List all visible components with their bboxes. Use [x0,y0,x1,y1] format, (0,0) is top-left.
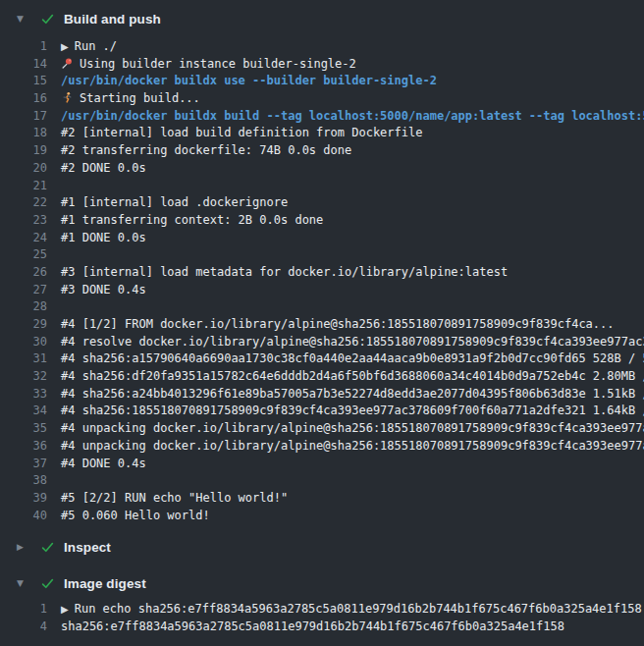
log-line: 4sha256:e7ff8834a5963a2785c5a0811e979d16… [0,619,644,636]
log-line: 35#4 unpacking docker.io/library/alpine@… [0,420,644,438]
log-line: 36#4 unpacking docker.io/library/alpine@… [0,438,644,456]
log-text: #4 sha256:185518070891758909c9f839cf4ca3… [61,403,644,420]
log-command-text: /usr/bin/docker buildx use --builder bui… [61,73,437,90]
log-text: Using builder instance builder-single-2 [61,56,356,74]
line-number[interactable]: 23 [0,212,47,230]
line-number[interactable]: 37 [0,456,47,473]
log-text: #3 [internal] load metadata for docker.i… [61,264,508,282]
log-text: #3 DONE 0.4s [61,282,146,299]
log-text: #1 DONE 0.0s [61,230,146,247]
line-number[interactable]: 26 [0,264,47,282]
line-number[interactable]: 32 [0,368,47,386]
log-text: #2 DONE 0.0s [61,160,146,178]
log-text: #5 [2/2] RUN echo "Hello world!" [61,490,288,508]
line-number[interactable]: 19 [0,142,47,160]
log-line: 27#3 DONE 0.4s [0,282,644,299]
line-number[interactable]: 1 [0,38,47,56]
success-check-icon [40,12,64,27]
line-number[interactable]: 27 [0,282,47,299]
log-command-text: /usr/bin/docker buildx build --tag local… [61,108,644,126]
log-line: 31#4 sha256:a15790640a6690aa1730c38cf0a4… [0,350,644,368]
collapse-triangle-icon[interactable]: ▼ [17,573,40,593]
log-line: 29#4 [1/2] FROM docker.io/library/alpine… [0,316,644,334]
log-text: #5 0.060 Hello world! [61,508,210,525]
line-number[interactable]: 36 [0,438,47,456]
log-line: 37#4 DONE 0.4s [0,456,644,473]
log-line: 34#4 sha256:185518070891758909c9f839cf4c… [0,403,644,420]
log-line: 1▶Run echo sha256:e7ff8834a5963a2785c5a0… [0,601,644,619]
log-text: Starting build... [61,90,200,108]
log-text: #1 transferring context: 2B 0.0s done [61,212,323,230]
log-text: #4 resolve docker.io/library/alpine@sha2… [61,334,644,351]
line-number[interactable]: 34 [0,403,47,420]
line-number[interactable]: 20 [0,160,47,178]
line-number[interactable]: 21 [0,178,47,195]
log-text: #4 sha256:df20fa9351a15782c64e6dddb2d4a6… [61,368,644,386]
line-number[interactable]: 31 [0,350,47,368]
line-number[interactable]: 35 [0,420,47,438]
line-number[interactable]: 22 [0,194,47,212]
log-line: 22#1 [internal] load .dockerignore [0,194,644,212]
log-text: #4 DONE 0.4s [61,456,146,473]
success-check-icon [40,540,64,555]
line-number[interactable]: 16 [0,90,47,108]
line-number[interactable]: 24 [0,230,47,247]
log-line: 24#1 DONE 0.0s [0,230,644,247]
line-number[interactable]: 28 [0,298,47,316]
log-line: 14Using builder instance builder-single-… [0,56,644,74]
line-number[interactable]: 17 [0,108,47,126]
log-line: 38 [0,472,644,490]
log-line: 39#5 [2/2] RUN echo "Hello world!" [0,490,644,508]
group-expand-icon[interactable]: ▶ [61,604,69,615]
log-line: 16Starting build... [0,90,644,108]
log-line: 28 [0,298,644,316]
log-text: ▶Run echo sha256:e7ff8834a5963a2785c5a08… [61,601,642,619]
log-text: #2 transferring dockerfile: 74B 0.0s don… [61,142,351,160]
line-number[interactable]: 40 [0,508,47,525]
log-line: 20#2 DONE 0.0s [0,160,644,178]
line-number[interactable]: 25 [0,246,47,264]
log-line: 26#3 [internal] load metadata for docker… [0,264,644,282]
line-number[interactable]: 33 [0,386,47,404]
line-number[interactable]: 15 [0,73,47,90]
line-number[interactable]: 39 [0,490,47,508]
log-lines-image-digest: 1▶Run echo sha256:e7ff8834a5963a2785c5a0… [0,601,644,635]
log-lines-build-and-push: 1▶Run ./14Using builder instance builder… [0,38,644,524]
section-title: Build and push [64,12,161,27]
log-line: 23#1 transferring context: 2B 0.0s done [0,212,644,230]
log-line: 1▶Run ./ [0,38,644,56]
log-line: 32#4 sha256:df20fa9351a15782c64e6dddb2d4… [0,368,644,386]
line-number[interactable]: 1 [0,601,47,619]
log-line: 19#2 transferring dockerfile: 74B 0.0s d… [0,142,644,160]
group-expand-icon[interactable]: ▶ [61,41,69,52]
log-line: 33#4 sha256:a24bb4013296f61e89ba57005a7b… [0,386,644,404]
log-text: #4 unpacking docker.io/library/alpine@sh… [61,438,644,456]
line-number[interactable]: 18 [0,125,47,142]
line-number[interactable]: 30 [0,334,47,351]
log-line: 25 [0,246,644,264]
line-number[interactable]: 29 [0,316,47,334]
expand-triangle-icon[interactable]: ▶ [17,537,40,557]
log-text: #4 [1/2] FROM docker.io/library/alpine@s… [61,316,615,334]
log-text: #4 sha256:a15790640a6690aa1730c38cf0a440… [61,350,644,368]
success-check-icon [40,576,64,591]
section-header-image-digest[interactable]: ▼ Image digest [0,573,644,593]
collapse-triangle-icon[interactable]: ▼ [17,9,40,28]
log-text: #2 [internal] load build definition from… [61,125,422,142]
line-number[interactable]: 4 [0,619,47,636]
log-line: 30#4 resolve docker.io/library/alpine@sh… [0,334,644,351]
section-title: Image digest [64,576,146,591]
log-line: 18#2 [internal] load build definition fr… [0,125,644,142]
log-line: 15/usr/bin/docker buildx use --builder b… [0,73,644,90]
log-text: #4 unpacking docker.io/library/alpine@sh… [61,420,644,438]
log-text: #1 [internal] load .dockerignore [61,194,288,212]
workflow-log-view: ▼ Build and push 1▶Run ./14Using builder… [0,0,644,636]
section-header-build-and-push[interactable]: ▼ Build and push [0,9,644,28]
line-number[interactable]: 14 [0,56,47,74]
log-line: 40#5 0.060 Hello world! [0,508,644,525]
log-text: sha256:e7ff8834a5963a2785c5a0811e979d16b… [61,619,564,636]
log-text: ▶Run ./ [61,38,117,56]
line-number[interactable]: 38 [0,472,47,490]
section-header-inspect[interactable]: ▶ Inspect [0,537,644,557]
log-line: 21 [0,178,644,195]
